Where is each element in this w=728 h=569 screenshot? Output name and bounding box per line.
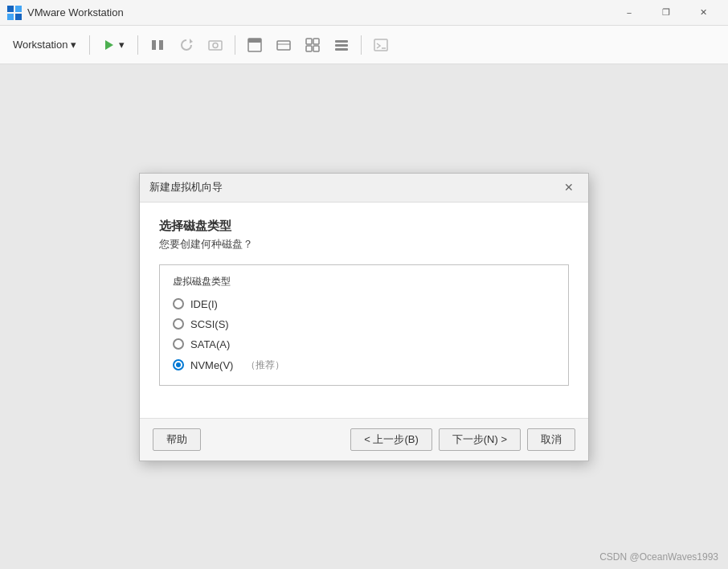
svg-rect-2 [7,14,14,20]
revert-button[interactable] [174,32,199,58]
back-button[interactable]: < 上一步(B) [350,428,432,451]
app-logo [6,5,22,21]
play-dropdown-icon: ▾ [119,39,125,51]
restore-button[interactable]: ❐ [648,0,685,26]
suspend-button[interactable] [145,32,170,58]
dialog-footer: 帮助 < 上一步(B) 下一步(N) > 取消 [140,418,588,461]
workstation-label: Workstation [13,39,67,51]
radio-sata-circle [173,338,184,350]
preferences-icon [333,37,350,53]
svg-marker-4 [105,40,113,50]
radio-sata-label: SATA(A) [190,338,230,350]
svg-rect-14 [306,39,312,44]
svg-rect-15 [313,39,319,44]
play-button[interactable]: ▾ [96,31,131,59]
svg-marker-7 [190,39,193,43]
app-title: VMware Workstation [27,6,124,18]
radio-ide-circle [173,298,184,309]
full-screen-button[interactable] [271,32,297,58]
radio-scsi[interactable]: SCSI(S) [173,318,555,330]
help-button[interactable]: 帮助 [153,428,201,451]
svg-rect-8 [209,41,222,50]
svg-rect-20 [335,48,348,51]
toolbar-separator-1 [89,35,90,55]
minimize-button[interactable]: − [611,0,648,26]
footer-right: < 上一步(B) 下一步(N) > 取消 [350,428,575,451]
svg-rect-17 [313,46,319,51]
workstation-menu-button[interactable]: Workstation ▾ [6,31,83,59]
svg-point-9 [213,43,218,47]
unity-view-icon [305,37,321,53]
group-label: 虚拟磁盘类型 [173,275,555,289]
svg-rect-12 [277,41,290,50]
svg-rect-16 [306,46,312,51]
dialog-titlebar: 新建虚拟机向导 ✕ [140,174,588,203]
radio-nvme-recommended: （推荐） [246,358,284,372]
svg-rect-21 [374,39,387,51]
unity-view-button[interactable] [300,32,325,58]
play-icon [103,39,116,51]
radio-ide-label: IDE(I) [190,298,218,310]
radio-sata[interactable]: SATA(A) [173,338,555,350]
console-icon [373,37,389,53]
svg-rect-3 [15,14,22,20]
dialog-body: 选择磁盘类型 您要创建何种磁盘？ 虚拟磁盘类型 IDE(I) SCSI(S) [140,203,588,418]
main-content: 新建虚拟机向导 ✕ 选择磁盘类型 您要创建何种磁盘？ 虚拟磁盘类型 IDE(I)… [0,64,728,569]
suspend-icon [149,37,166,53]
svg-rect-6 [159,40,163,50]
toolbar: Workstation ▾ ▾ [0,26,728,64]
dialog-title: 新建虚拟机向导 [149,180,559,194]
radio-scsi-label: SCSI(S) [190,318,229,330]
close-button[interactable]: ✕ [685,0,722,26]
revert-icon [178,37,194,53]
dialog-close-button[interactable]: ✕ [559,178,579,197]
disk-type-group: 虚拟磁盘类型 IDE(I) SCSI(S) SATA(A) [159,264,569,386]
svg-rect-18 [335,40,348,43]
next-button[interactable]: 下一步(N) > [439,428,521,451]
normal-view-button[interactable] [242,32,268,58]
console-button[interactable] [368,32,394,58]
full-screen-icon [276,37,292,53]
dialog-heading: 选择磁盘类型 [159,219,569,234]
radio-nvme-label: NVMe(V) [190,359,233,371]
svg-rect-1 [15,6,22,12]
toolbar-separator-4 [361,35,362,55]
cancel-button[interactable]: 取消 [527,428,575,451]
window-controls: − ❐ ✕ [611,0,722,26]
dialog-subheading: 您要创建何种磁盘？ [159,237,569,252]
radio-nvme-circle [173,359,184,370]
normal-view-icon [247,37,263,53]
radio-ide[interactable]: IDE(I) [173,298,555,310]
new-vm-wizard-dialog: 新建虚拟机向导 ✕ 选择磁盘类型 您要创建何种磁盘？ 虚拟磁盘类型 IDE(I)… [139,173,589,461]
svg-rect-5 [152,40,156,50]
toolbar-separator-3 [235,35,235,55]
workstation-dropdown-icon: ▾ [71,39,76,51]
watermark: CSDN @OceanWaves1993 [599,551,718,563]
svg-rect-11 [248,39,261,43]
radio-scsi-circle [173,318,184,330]
snapshot-button[interactable] [202,32,228,58]
svg-rect-19 [335,44,348,47]
toolbar-separator-2 [137,35,138,55]
snapshot-icon [207,37,223,53]
title-bar: VMware Workstation − ❐ ✕ [0,0,728,26]
preferences-button[interactable] [329,32,354,58]
svg-rect-0 [7,6,14,12]
radio-nvme[interactable]: NVMe(V) （推荐） [173,358,555,372]
